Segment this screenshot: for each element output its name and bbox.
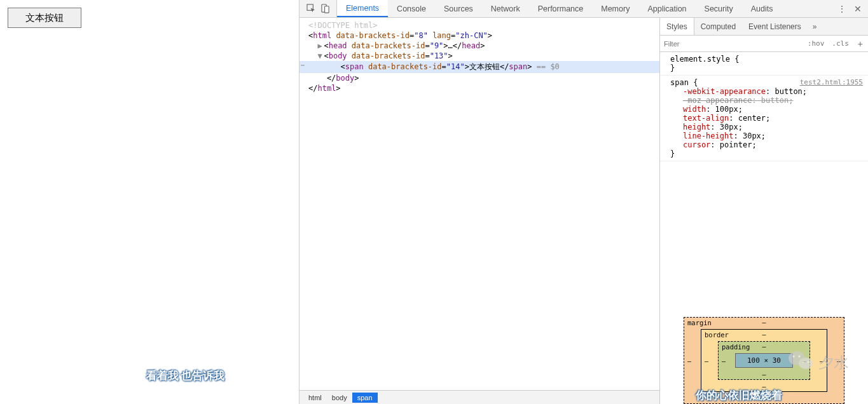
watermark-text: 夕水 xyxy=(818,353,849,373)
dom-node[interactable]: </body> xyxy=(300,73,659,83)
hov-toggle[interactable]: :hov xyxy=(804,39,829,48)
add-rule-icon[interactable]: + xyxy=(853,39,868,49)
close-icon[interactable]: ✕ xyxy=(854,4,862,14)
dom-node[interactable]: ▼<body data-brackets-id="13"> xyxy=(300,51,659,61)
css-property[interactable]: -webkit-appearance: button; xyxy=(670,87,863,96)
css-property[interactable]: -moz-appearance: button; xyxy=(670,96,863,105)
css-property[interactable]: cursor: pointer; xyxy=(670,140,863,149)
box-model-content[interactable]: 100 × 30 xyxy=(735,353,793,368)
tab-elements[interactable]: Elements xyxy=(337,0,388,17)
css-property[interactable]: text-align: center; xyxy=(670,114,863,123)
css-property[interactable]: width: 100px; xyxy=(670,105,863,114)
lyrics-caption-right: 你的心依旧燃烧着 xyxy=(696,388,782,403)
svg-point-6 xyxy=(798,355,800,357)
svg-rect-2 xyxy=(324,6,329,13)
tab-memory[interactable]: Memory xyxy=(592,0,638,17)
dom-node-selected[interactable]: <span data-brackets-id="14">文本按钮</span> … xyxy=(300,61,659,73)
styles-tabs-more-icon[interactable]: » xyxy=(808,22,822,31)
breadcrumb-item[interactable]: html xyxy=(303,393,327,403)
dom-tree[interactable]: <!DOCTYPE html><html data-brackets-id="8… xyxy=(300,18,659,390)
cls-toggle[interactable]: .cls xyxy=(828,39,853,48)
inspect-icon[interactable] xyxy=(306,4,316,14)
dom-node[interactable]: </html> xyxy=(300,83,659,93)
rendered-page: 文本按钮 看着我 也告诉我 xyxy=(0,0,299,404)
tab-application[interactable]: Application xyxy=(638,0,695,17)
tab-console[interactable]: Console xyxy=(388,0,435,17)
device-toolbar-icon[interactable] xyxy=(320,4,330,14)
lyrics-caption-left: 看着我 也告诉我 xyxy=(146,368,224,383)
tab-network[interactable]: Network xyxy=(482,0,529,17)
devtools-tabs: ElementsConsoleSourcesNetworkPerformance… xyxy=(300,0,868,18)
svg-point-5 xyxy=(792,355,794,357)
tab-security[interactable]: Security xyxy=(696,0,742,17)
wechat-icon xyxy=(788,349,813,375)
styles-tab-event-listeners[interactable]: Event Listeners xyxy=(742,18,808,35)
styles-filter-input[interactable] xyxy=(660,36,804,51)
kebab-menu-icon[interactable]: ⋮ xyxy=(837,4,846,14)
dom-node[interactable]: <!DOCTYPE html> xyxy=(300,20,659,30)
css-rule-element-style[interactable]: element.style {} xyxy=(660,52,868,76)
text-button[interactable]: 文本按钮 xyxy=(8,8,81,28)
devtools-panel: ElementsConsoleSourcesNetworkPerformance… xyxy=(299,0,868,404)
styles-tabs: StylesComputedEvent Listeners» xyxy=(660,18,868,36)
breadcrumb-item[interactable]: body xyxy=(327,393,352,403)
svg-point-4 xyxy=(799,358,813,369)
dom-node[interactable]: ▶<head data-brackets-id="9">…</head> xyxy=(300,41,659,51)
tab-sources[interactable]: Sources xyxy=(435,0,482,17)
watermark: 夕水 xyxy=(788,349,849,375)
styles-tab-computed[interactable]: Computed xyxy=(694,18,742,35)
dom-tree-pane: <!DOCTYPE html><html data-brackets-id="8… xyxy=(300,18,660,404)
styles-tab-styles[interactable]: Styles xyxy=(660,18,694,35)
tab-performance[interactable]: Performance xyxy=(529,0,593,17)
css-rule[interactable]: test2.html:1955span {-webkit-appearance:… xyxy=(660,76,868,161)
css-property[interactable]: height: 30px; xyxy=(670,123,863,131)
css-source-link[interactable]: test2.html:1955 xyxy=(800,78,863,86)
dom-node[interactable]: <html data-brackets-id="8" lang="zh-CN"> xyxy=(300,30,659,41)
css-rules[interactable]: element.style {}test2.html:1955span {-we… xyxy=(660,52,868,298)
styles-pane: StylesComputedEvent Listeners» :hov .cls… xyxy=(660,18,868,404)
tab-audits[interactable]: Audits xyxy=(742,0,782,17)
breadcrumb-item[interactable]: span xyxy=(352,393,378,403)
breadcrumb: htmlbodyspan xyxy=(300,390,659,404)
css-property[interactable]: line-height: 30px; xyxy=(670,131,863,140)
svg-point-7 xyxy=(803,361,804,363)
svg-point-8 xyxy=(808,361,809,363)
